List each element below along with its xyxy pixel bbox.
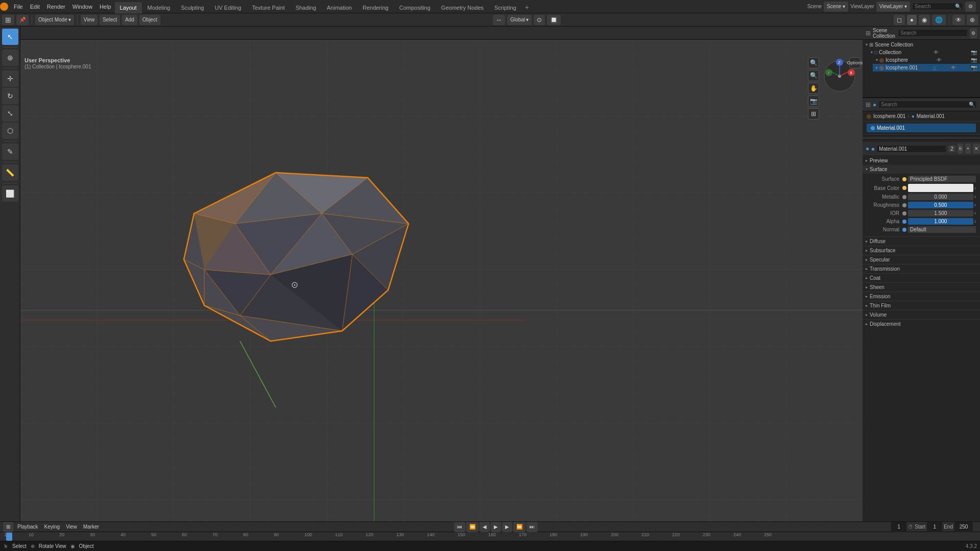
snap-view-btn[interactable]: ⊞ bbox=[808, 108, 819, 119]
view-menu-btn[interactable]: View bbox=[81, 15, 98, 25]
viewport-shading-wire[interactable]: ◻ bbox=[894, 15, 905, 25]
menu-window[interactable]: Window bbox=[69, 0, 96, 13]
displacement-section[interactable]: ▸ Displacement bbox=[863, 319, 980, 328]
collection-camera-icon[interactable]: 📷 bbox=[971, 50, 977, 55]
rotate-tool-btn[interactable]: ↻ bbox=[2, 88, 18, 104]
volume-section[interactable]: ▸ Volume bbox=[863, 310, 980, 319]
tab-geometry-nodes[interactable]: Geometry Nodes bbox=[436, 2, 489, 13]
normal-value-btn[interactable]: Default bbox=[908, 226, 976, 233]
icosphere-001-eye-icon[interactable]: 👁 bbox=[951, 65, 956, 70]
jump-to-end-btn[interactable]: ⏭ bbox=[527, 522, 538, 532]
material-slot-item[interactable]: Material.001 bbox=[867, 124, 976, 132]
tab-sculpting[interactable]: Sculpting bbox=[176, 2, 209, 13]
viewport-shading-rendered[interactable]: 🌐 bbox=[932, 15, 946, 25]
zoom-in-btn[interactable]: 🔍 bbox=[808, 57, 819, 68]
proportional-edit-btn[interactable]: ⊙ bbox=[534, 15, 545, 25]
collection-eye-icon[interactable]: 👁 bbox=[934, 50, 939, 55]
pan-btn[interactable]: ✋ bbox=[808, 83, 819, 94]
tab-rendering[interactable]: Rendering bbox=[357, 2, 394, 13]
coat-section[interactable]: ▸ Coat bbox=[863, 273, 980, 282]
emission-section[interactable]: ▸ Emission bbox=[863, 292, 980, 301]
next-frame-btn[interactable]: ⏩ bbox=[513, 522, 525, 532]
thin-film-section[interactable]: ▸ Thin Film bbox=[863, 301, 980, 310]
timeline-playback-btn[interactable]: Playback bbox=[15, 523, 40, 530]
roughness-arrow[interactable]: › bbox=[974, 202, 976, 208]
viewport-canvas[interactable]: User Perspective (1) Collection | Icosph… bbox=[20, 40, 863, 532]
tab-texture-paint[interactable]: Texture Paint bbox=[247, 2, 290, 13]
outliner-filter-btn[interactable]: ⚙ bbox=[970, 28, 977, 38]
outliner-collection[interactable]: ▾ □ Collection 👁 📷 bbox=[868, 49, 980, 56]
add-object-btn[interactable]: ⬜ bbox=[2, 185, 18, 202]
object-mode-btn[interactable]: Object Mode ▾ bbox=[35, 15, 74, 25]
material-delete-btn[interactable]: ✕ bbox=[973, 143, 980, 154]
pin-btn[interactable]: 📌 bbox=[16, 15, 29, 25]
global-btn[interactable]: Global ▾ bbox=[507, 15, 532, 25]
timeline-keying-btn[interactable]: Keying bbox=[42, 523, 62, 530]
prev-keyframe-btn[interactable]: ◀ bbox=[480, 522, 490, 532]
timeline-frames[interactable]: 1 10 20 30 40 50 60 70 80 90 100 110 120… bbox=[0, 532, 980, 541]
menu-render[interactable]: Render bbox=[43, 0, 69, 13]
ior-value-btn[interactable]: 1.500 bbox=[908, 210, 973, 217]
select-menu-btn[interactable]: Select bbox=[100, 15, 120, 25]
end-frame-input[interactable] bbox=[954, 522, 973, 532]
current-frame-input[interactable] bbox=[891, 522, 906, 532]
material-new-btn[interactable]: + bbox=[965, 143, 971, 154]
viewport-shading-lpc[interactable]: ◉ bbox=[919, 15, 930, 25]
timeline-editor-type-btn[interactable]: ⊞ bbox=[3, 522, 13, 532]
sheen-section[interactable]: ▸ Sheen bbox=[863, 282, 980, 292]
measure-tool-btn[interactable]: 📏 bbox=[2, 164, 18, 181]
subsurface-section[interactable]: ▸ Subsurface bbox=[863, 246, 980, 255]
tab-uv-editing[interactable]: UV Editing bbox=[209, 2, 246, 13]
object-menu-btn[interactable]: Object bbox=[139, 15, 160, 25]
surface-section-header[interactable]: ▾ Surface bbox=[863, 165, 980, 174]
editor-type-btn[interactable]: ⊞ bbox=[2, 15, 14, 25]
transform-gizmo-btn[interactable]: ↔ bbox=[493, 15, 505, 25]
prev-frame-btn[interactable]: ⏪ bbox=[466, 522, 479, 532]
zoom-out-btn[interactable]: 🔍 bbox=[808, 70, 819, 81]
jump-to-start-btn[interactable]: ⏮ bbox=[454, 522, 465, 532]
top-filter-btn[interactable]: ⚙ bbox=[965, 2, 976, 12]
next-keyframe-btn[interactable]: ▶ bbox=[502, 522, 512, 532]
surface-shader-btn[interactable]: Principled BSDF bbox=[908, 176, 976, 182]
options-button[interactable]: Options bbox=[849, 57, 861, 68]
tab-modeling[interactable]: Modeling bbox=[142, 2, 176, 13]
preview-section-header[interactable]: ▸ Preview bbox=[863, 156, 980, 165]
scene-selector[interactable]: Scene ▾ bbox=[824, 2, 848, 12]
snap-btn[interactable]: 🔲 bbox=[547, 15, 561, 25]
timeline-marker-btn[interactable]: Marker bbox=[81, 523, 101, 530]
viewport-shading-solid[interactable]: ● bbox=[907, 15, 917, 25]
ior-arrow[interactable]: › bbox=[974, 210, 976, 216]
add-menu-btn[interactable]: Add bbox=[122, 15, 137, 25]
scale-tool-btn[interactable]: ⤡ bbox=[2, 105, 18, 122]
viewlayer-selector[interactable]: ViewLayer ▾ bbox=[876, 2, 910, 12]
properties-search-input[interactable] bbox=[878, 101, 977, 108]
outliner-icosphere-001[interactable]: ▸ ◎ Icosphere.001 △ 👁 📷 bbox=[873, 64, 980, 71]
icosphere-001-camera-icon[interactable]: 📷 bbox=[971, 65, 977, 70]
camera-view-btn[interactable]: 📷 bbox=[808, 95, 819, 107]
specular-section[interactable]: ▸ Specular bbox=[863, 255, 980, 264]
alpha-arrow[interactable]: › bbox=[974, 219, 976, 224]
cursor-tool-btn[interactable]: ⊕ bbox=[2, 50, 18, 66]
menu-edit[interactable]: Edit bbox=[27, 0, 43, 13]
tab-compositing[interactable]: Compositing bbox=[394, 2, 436, 13]
outliner-scene-collection[interactable]: ▾ ⊞ Scene Collection bbox=[863, 41, 980, 49]
material-name-input[interactable] bbox=[876, 145, 946, 153]
select-tool-btn[interactable]: ↖ bbox=[2, 29, 18, 45]
base-color-swatch[interactable] bbox=[908, 184, 973, 192]
menu-help[interactable]: Help bbox=[96, 0, 115, 13]
diffuse-section[interactable]: ▸ Diffuse bbox=[863, 236, 980, 246]
start-frame-input[interactable] bbox=[927, 522, 942, 532]
breadcrumb-object[interactable]: Icosphere.001 bbox=[873, 113, 905, 119]
menu-file[interactable]: File bbox=[10, 0, 27, 13]
playhead[interactable] bbox=[6, 533, 12, 541]
transform-tool-btn[interactable]: ⬡ bbox=[2, 123, 18, 139]
outliner-search-input[interactable] bbox=[898, 29, 968, 37]
alpha-value-btn[interactable]: 1.000 bbox=[908, 218, 973, 225]
metallic-arrow[interactable]: › bbox=[974, 194, 976, 200]
add-workspace-button[interactable]: + bbox=[522, 1, 532, 13]
annotate-tool-btn[interactable]: ✎ bbox=[2, 143, 18, 160]
transmission-section[interactable]: ▸ Transmission bbox=[863, 264, 980, 273]
tab-shading[interactable]: Shading bbox=[291, 2, 321, 13]
metallic-value-btn[interactable]: 0.000 bbox=[908, 194, 973, 200]
move-tool-btn[interactable]: ✛ bbox=[2, 70, 18, 87]
